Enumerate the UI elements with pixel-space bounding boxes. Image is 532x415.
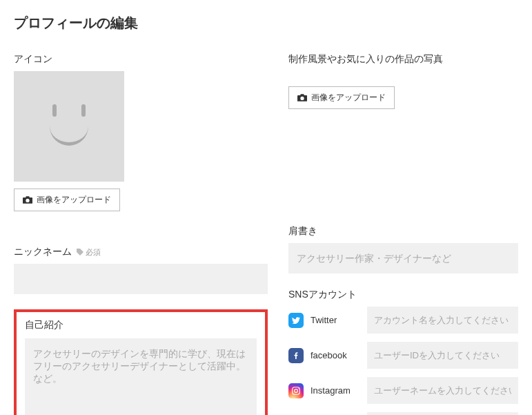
titlefield-input[interactable] xyxy=(288,243,518,273)
camera-icon xyxy=(297,94,307,102)
bio-textarea[interactable] xyxy=(25,338,257,415)
avatar-upload-button[interactable]: 画像をアップロード xyxy=(14,189,120,211)
sns-section: SNSアカウント Twitter facebook Instagr xyxy=(288,289,518,415)
sns-row-twitter: Twitter xyxy=(288,307,518,334)
sns-label: SNSアカウント xyxy=(288,289,518,301)
svg-rect-4 xyxy=(300,94,304,96)
titlefield-label: 肩書き xyxy=(288,225,518,238)
avatar-label: アイコン xyxy=(14,53,268,66)
avatar-placeholder xyxy=(14,71,124,182)
facebook-input[interactable] xyxy=(367,342,518,369)
photo-upload-label: 画像をアップロード xyxy=(311,92,386,104)
sns-row-instagram: Instagram xyxy=(288,377,518,404)
svg-rect-6 xyxy=(293,387,300,394)
nickname-label: ニックネーム xyxy=(14,246,72,258)
sns-row-facebook: facebook xyxy=(288,342,518,369)
twitter-icon xyxy=(288,313,304,328)
twitter-label: Twitter xyxy=(311,315,360,325)
avatar-face-icon xyxy=(35,92,104,161)
facebook-label: facebook xyxy=(311,350,360,360)
svg-point-7 xyxy=(295,389,298,392)
camera-icon xyxy=(23,196,32,204)
bio-highlight-box: 自己紹介 xyxy=(14,309,268,415)
photo-section: 制作風景やお気に入りの作品の写真 画像をアップロード xyxy=(288,53,518,109)
sns-row-mixi: m mixi xyxy=(288,412,518,415)
instagram-label: Instagram xyxy=(311,385,360,396)
svg-point-2 xyxy=(26,199,29,202)
instagram-input[interactable] xyxy=(367,377,518,404)
mixi-input[interactable] xyxy=(367,412,518,415)
svg-point-5 xyxy=(300,97,304,100)
photo-upload-button[interactable]: 画像をアップロード xyxy=(288,86,395,109)
photo-label: 制作風景やお気に入りの作品の写真 xyxy=(288,53,518,66)
required-tag: 必須 xyxy=(76,247,101,258)
bio-label: 自己紹介 xyxy=(25,319,257,331)
svg-rect-1 xyxy=(26,196,29,198)
facebook-icon xyxy=(288,348,304,363)
titlefield-section: 肩書き xyxy=(288,225,518,273)
nickname-section: ニックネーム 必須 xyxy=(14,246,268,294)
avatar-section: アイコン 画像をアップロード xyxy=(14,53,268,211)
twitter-input[interactable] xyxy=(367,307,518,334)
svg-point-8 xyxy=(298,388,299,389)
page-title: プロフィールの編集 xyxy=(14,14,518,32)
avatar-upload-label: 画像をアップロード xyxy=(37,194,111,206)
nickname-input[interactable] xyxy=(14,264,268,294)
instagram-icon xyxy=(288,383,304,398)
tag-icon xyxy=(76,248,84,256)
